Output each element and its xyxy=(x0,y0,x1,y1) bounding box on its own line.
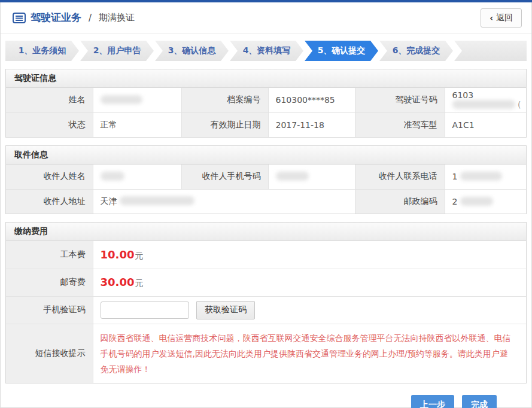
table-row: 姓名 档案编号 610300****85 驾驶证号码 6103 ( xyxy=(6,88,526,112)
page-header: 驾驶证业务 / 期满换证 ‹ 返回 xyxy=(1,2,531,34)
recipient-phone-label: 收件人联系电话 xyxy=(355,165,445,189)
file-no-label: 档案编号 xyxy=(181,88,268,112)
postal-code-prefix: 2 xyxy=(452,197,458,206)
fees-title: 缴纳费用 xyxy=(6,223,526,241)
recipient-name-value xyxy=(93,165,181,189)
table-row: 工本费 10.00元 xyxy=(6,241,526,269)
step-3-confirm-info[interactable]: 3、确认信息 xyxy=(155,41,229,61)
table-row: 状态 正常 有效期止日期 2017-11-18 准驾车型 A1C1 xyxy=(6,112,526,137)
breadcrumb-separator: / xyxy=(89,13,92,23)
sms-notice-text: 因陕西省联通、电信运营商技术问题，陕西省互联网交通安全综合服务管理平台无法向持陕… xyxy=(101,324,527,383)
license-menu-icon xyxy=(13,13,26,23)
license-no-prefix: 6103 xyxy=(452,90,474,100)
production-fee-label: 工本费 xyxy=(6,241,93,269)
fees-table: 工本费 10.00元 邮寄费 30.00元 手机验证码 获取验证码 短信接收提 xyxy=(6,241,526,383)
recipient-mobile-label: 收件人手机号码 xyxy=(181,165,268,189)
recipient-mobile-value xyxy=(268,165,355,189)
postal-code-value: 2 xyxy=(445,189,526,214)
license-info-section: 驾驶证信息 姓名 档案编号 610300****85 驾驶证号码 6103 ( … xyxy=(5,69,527,138)
sms-notice-cell: 因陕西省联通、电信运营商技术问题，陕西省互联网交通安全综合服务管理平台无法向持陕… xyxy=(93,324,526,383)
fee-unit: 元 xyxy=(135,278,143,288)
redacted-recipient-phone xyxy=(460,172,502,181)
table-row: 收件人姓名 收件人手机号码 收件人联系电话 1 xyxy=(6,165,526,189)
breadcrumb: 驾驶证业务 / 期满换证 xyxy=(13,11,135,25)
redacted-recipient-mobile xyxy=(276,172,309,181)
sms-code-cell: 获取验证码 xyxy=(93,296,526,324)
redacted-license-no xyxy=(452,100,515,109)
pickup-info-table: 收件人姓名 收件人手机号码 收件人联系电话 1 收件人地址 天津 邮政编码 2 xyxy=(6,165,526,214)
table-row: 短信接收提示 因陕西省联通、电信运营商技术问题，陕西省互联网交通安全综合服务管理… xyxy=(6,324,526,383)
production-fee-amount: 10.00 xyxy=(101,248,135,261)
status-label: 状态 xyxy=(6,112,93,137)
pickup-info-section: 取件信息 收件人姓名 收件人手机号码 收件人联系电话 1 收件人地址 xyxy=(5,145,527,214)
step-6-complete-submit[interactable]: 6、完成提交 xyxy=(379,41,453,61)
file-no-value: 610300****85 xyxy=(268,88,355,112)
license-no-label: 驾驶证号码 xyxy=(355,88,445,112)
footer-actions: 上一步 完成 xyxy=(1,383,531,408)
table-row: 手机验证码 获取验证码 xyxy=(6,296,526,324)
finish-button[interactable]: 完成 xyxy=(462,395,497,408)
license-info-title: 驾驶证信息 xyxy=(6,69,526,88)
valid-until-value: 2017-11-18 xyxy=(268,112,355,137)
postage-fee-amount: 30.00 xyxy=(101,276,135,288)
page-title: 驾驶证业务 xyxy=(31,11,81,25)
redacted-name xyxy=(101,95,142,104)
postage-fee-label: 邮寄费 xyxy=(6,269,93,296)
valid-until-label: 有效期止日期 xyxy=(181,112,268,137)
redacted-recipient-address xyxy=(120,196,194,205)
step-4-fill-data[interactable]: 4、资料填写 xyxy=(230,41,303,61)
get-code-button[interactable]: 获取验证码 xyxy=(196,301,255,319)
license-no-suffix: ( xyxy=(518,100,521,109)
page-subtitle: 期满换证 xyxy=(99,12,135,23)
pickup-info-title: 取件信息 xyxy=(6,146,526,165)
sms-notice-label: 短信接收提示 xyxy=(6,324,93,383)
name-label: 姓名 xyxy=(6,88,93,112)
step-2-user-declaration[interactable]: 2、用户申告 xyxy=(80,41,154,61)
table-row: 收件人地址 天津 邮政编码 2 xyxy=(6,189,526,214)
previous-step-button[interactable]: 上一步 xyxy=(411,395,454,408)
recipient-name-label: 收件人姓名 xyxy=(6,165,93,189)
step-5-confirm-submit[interactable]: 5、确认提交 xyxy=(305,41,378,61)
fee-unit: 元 xyxy=(135,251,143,260)
recipient-address-prefix: 天津 xyxy=(101,196,117,206)
recipient-address-value: 天津 xyxy=(93,189,355,214)
redacted-recipient-name xyxy=(101,172,124,181)
sms-code-label: 手机验证码 xyxy=(6,296,93,324)
vehicle-class-value: A1C1 xyxy=(445,112,526,137)
step-wizard: 1、业务须知 2、用户申告 3、确认信息 4、资料填写 5、确认提交 6、完成提… xyxy=(5,41,527,61)
sms-code-input[interactable] xyxy=(101,302,189,319)
recipient-phone-prefix: 1 xyxy=(452,172,458,181)
license-no-value: 6103 ( xyxy=(445,88,526,112)
step-bar-filler xyxy=(454,41,527,61)
postal-code-label: 邮政编码 xyxy=(355,189,445,214)
vehicle-class-label: 准驾车型 xyxy=(355,112,445,137)
back-button-label: 返回 xyxy=(496,13,513,23)
main-panel: 驾驶证业务 / 期满换证 ‹ 返回 1、业务须知 2、用户申告 3、确认信息 4… xyxy=(0,2,532,408)
back-button[interactable]: ‹ 返回 xyxy=(481,8,522,28)
fees-section: 缴纳费用 工本费 10.00元 邮寄费 30.00元 手机验证码 获取验证码 xyxy=(5,222,527,383)
license-info-table: 姓名 档案编号 610300****85 驾驶证号码 6103 ( 状态 正常 … xyxy=(6,88,526,137)
back-chevron-icon: ‹ xyxy=(490,13,493,23)
table-row: 邮寄费 30.00元 xyxy=(6,269,526,296)
status-value: 正常 xyxy=(93,112,181,137)
step-1-business-notice[interactable]: 1、业务须知 xyxy=(5,41,79,61)
recipient-address-label: 收件人地址 xyxy=(6,189,93,214)
recipient-phone-value: 1 xyxy=(445,165,526,189)
production-fee-value: 10.00元 xyxy=(93,241,526,269)
redacted-postal-code xyxy=(460,197,493,206)
name-value xyxy=(93,88,181,112)
postage-fee-value: 30.00元 xyxy=(93,269,526,296)
